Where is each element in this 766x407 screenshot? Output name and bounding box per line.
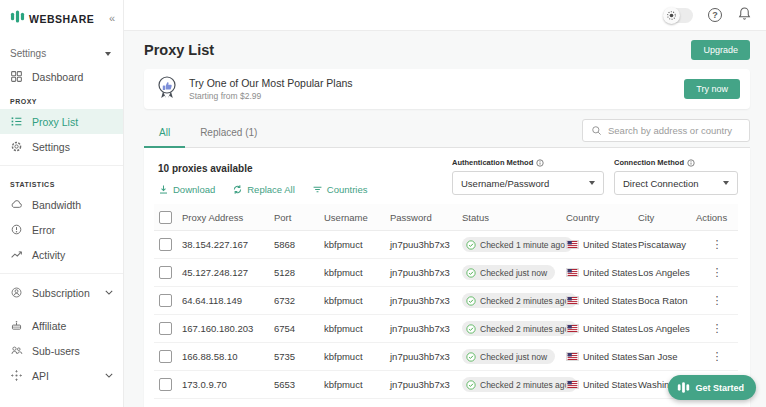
sidebar-item-activity[interactable]: Activity <box>0 242 123 267</box>
password: jn7puu3hb7x3 <box>390 379 462 390</box>
sidebar-item-dashboard[interactable]: Dashboard <box>0 64 123 89</box>
countries-filter-button[interactable]: Countries <box>312 184 368 195</box>
row-checkbox[interactable] <box>159 322 172 335</box>
sidebar-item-subscription[interactable]: Subscription <box>0 280 123 305</box>
divider <box>0 273 123 274</box>
promo-banner: Try One of Our Most Popular Plans Starti… <box>144 69 750 109</box>
theme-toggle-knob <box>663 7 680 24</box>
row-actions-menu-icon[interactable]: ⋮ <box>696 351 738 362</box>
auth-method-group: Authentication Method Username/Password <box>452 158 604 195</box>
table-row: 173.0.9.70 5653 kbfpmuct jn7puu3hb7x3 Ch… <box>154 371 738 399</box>
banner-title: Try One of Our Most Popular Plans <box>189 77 353 89</box>
topbar: ? <box>124 0 766 31</box>
city: Boca Raton <box>638 295 696 306</box>
download-button[interactable]: Download <box>158 184 215 195</box>
row-checkbox[interactable] <box>159 238 172 251</box>
status-badge: Checked just now <box>462 265 555 280</box>
webshare-logo-icon <box>10 9 25 28</box>
city: San Jose <box>638 351 696 362</box>
refresh-icon <box>232 184 243 195</box>
dashboard-icon <box>10 70 23 83</box>
sidebar-item-settings[interactable]: Settings <box>0 134 123 159</box>
account-menu[interactable]: Settings <box>0 35 123 64</box>
proxies-count: 10 proxies available <box>158 163 367 174</box>
cake-icon <box>10 319 23 332</box>
col-proxy-address: Proxy Address <box>182 212 274 223</box>
proxy-address: 64.64.118.149 <box>182 295 274 306</box>
table-row: 166.88.58.10 5735 kbfpmuct jn7puu3hb7x3 … <box>154 343 738 371</box>
notifications-bell-icon[interactable] <box>737 6 752 25</box>
connection-method-select[interactable]: Direct Connection <box>614 171 738 195</box>
subscription-person-icon <box>10 286 23 299</box>
sidebar-item-sub-users[interactable]: Sub-users <box>0 338 123 363</box>
proxy-address: 173.0.9.70 <box>182 379 274 390</box>
help-icon[interactable]: ? <box>708 8 722 22</box>
row-checkbox[interactable] <box>159 266 172 279</box>
auth-method-select[interactable]: Username/Password <box>452 171 604 195</box>
filter-icon <box>312 184 323 195</box>
replace-all-button[interactable]: Replace All <box>232 184 295 195</box>
check-circle-icon <box>466 240 476 250</box>
tabs-row: All Replaced (1) <box>144 119 750 148</box>
check-circle-icon <box>466 268 476 278</box>
sun-icon <box>666 10 677 21</box>
sidebar-item-label: API <box>32 370 49 382</box>
sidebar-item-label: Sub-users <box>32 345 80 357</box>
us-flag-icon <box>566 240 579 249</box>
chevron-down-icon <box>105 52 111 56</box>
page-title: Proxy List <box>144 42 214 58</box>
sidebar-item-error[interactable]: Error <box>0 217 123 242</box>
row-actions-menu-icon[interactable]: ⋮ <box>696 295 738 306</box>
tab-all[interactable]: All <box>144 120 185 148</box>
toolbar-left: 10 proxies available Download Replace Al… <box>158 163 367 195</box>
spacer <box>0 305 123 313</box>
sidebar: WEBSHARE « Settings Dashboard PROXY Prox… <box>0 0 124 407</box>
port: 6732 <box>274 295 324 306</box>
username: kbfpmuct <box>324 323 390 334</box>
proxy-address: 38.154.227.167 <box>182 239 274 250</box>
upgrade-button[interactable]: Upgrade <box>691 40 750 60</box>
tab-replaced[interactable]: Replaced (1) <box>185 120 272 147</box>
sidebar-item-api[interactable]: API <box>0 363 123 388</box>
col-status: Status <box>462 212 566 223</box>
proxy-panel: 10 proxies available Download Replace Al… <box>144 148 750 407</box>
chevron-down-icon <box>723 181 729 185</box>
row-actions-menu-icon[interactable]: ⋮ <box>696 239 738 250</box>
content: Proxy List Upgrade Try One of Our Most P… <box>124 31 766 407</box>
col-actions: Actions <box>696 212 738 223</box>
proxy-address: 167.160.180.203 <box>182 323 274 334</box>
select-all-checkbox[interactable] <box>159 211 172 224</box>
row-actions-menu-icon[interactable]: ⋮ <box>696 323 738 334</box>
table-row: 167.160.180.203 6754 kbfpmuct jn7puu3hb7… <box>154 315 738 343</box>
row-actions-menu-icon[interactable]: ⋮ <box>696 267 738 278</box>
sidebar-item-bandwidth[interactable]: Bandwidth <box>0 192 123 217</box>
search-input[interactable] <box>608 125 741 136</box>
password: jn7puu3hb7x3 <box>390 323 462 334</box>
collapse-sidebar-icon[interactable]: « <box>109 13 115 24</box>
table-row: 64.64.118.149 6732 kbfpmuct jn7puu3hb7x3… <box>154 287 738 315</box>
password: jn7puu3hb7x3 <box>390 295 462 306</box>
chevron-down-icon <box>589 181 595 185</box>
check-circle-icon <box>466 352 476 362</box>
sidebar-item-proxy-list[interactable]: Proxy List <box>0 109 123 134</box>
username: kbfpmuct <box>324 295 390 306</box>
row-checkbox[interactable] <box>159 294 172 307</box>
status-badge: Checked 1 minute ago <box>462 237 573 252</box>
sidebar-item-label: Bandwidth <box>32 199 81 211</box>
get-started-button[interactable]: Get Started <box>668 375 756 400</box>
row-checkbox[interactable] <box>159 350 172 363</box>
gear-icon <box>10 140 23 153</box>
col-port: Port <box>274 212 324 223</box>
try-now-button[interactable]: Try now <box>684 79 740 99</box>
sidebar-item-affiliate[interactable]: Affiliate <box>0 313 123 338</box>
activity-chart-icon <box>10 248 23 261</box>
row-checkbox[interactable] <box>159 378 172 391</box>
toolbar-actions: Download Replace All Countries <box>158 184 367 195</box>
theme-toggle[interactable] <box>663 8 693 23</box>
api-icon <box>10 369 23 382</box>
search-box <box>582 119 750 142</box>
col-username: Username <box>324 212 390 223</box>
brand-name: WEBSHARE <box>29 13 109 25</box>
cloud-icon <box>10 198 23 211</box>
sidebar-section-statistics: STATISTICS <box>0 172 123 192</box>
